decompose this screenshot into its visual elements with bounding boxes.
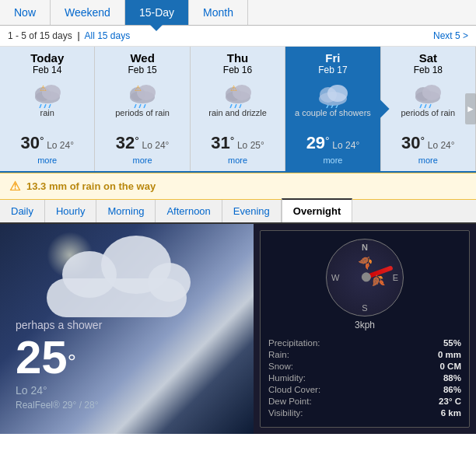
day-date-3: Feb 17 xyxy=(289,65,376,75)
temp-lo-0: Lo 24° xyxy=(47,140,74,151)
subtab-overnight[interactable]: Overnight xyxy=(282,198,352,222)
weather-desc-1: periods of rain xyxy=(98,108,186,130)
temp-big-value: 25 xyxy=(16,331,68,383)
stat-label-2: Snow: xyxy=(268,362,293,371)
condition-label: perhaps a shower xyxy=(16,319,238,331)
day-date-2: Feb 16 xyxy=(194,65,282,75)
stat-value-6: 6 km xyxy=(441,408,461,418)
compass-west: W xyxy=(331,273,339,282)
weather-desc-3: a couple of showers xyxy=(289,108,376,130)
pagination-bar: 1 - 5 of 15 days | All 15 days Next 5 > xyxy=(0,26,476,47)
stat-label-0: Precipitation: xyxy=(268,338,320,348)
next-page-link[interactable]: Next 5 > xyxy=(433,30,468,41)
tab-15day[interactable]: 15-Day xyxy=(125,0,189,25)
scroll-right-arrow[interactable]: ► xyxy=(465,93,476,124)
day-name-2: Thu xyxy=(194,51,282,65)
weather-desc-4: periods of rain xyxy=(384,108,472,130)
cloud-shape xyxy=(31,247,202,317)
temp-hi-1: 32 xyxy=(116,133,135,152)
stat-rain: Rain: 0 mm xyxy=(268,348,461,360)
leaf-decoration-2: 🍂 xyxy=(369,273,385,288)
all-days-link[interactable]: All 15 days xyxy=(85,30,131,41)
day-card-thu[interactable]: Thu Feb 16 ⚠ rain and drizzle 31° Lo 25°… xyxy=(191,47,285,171)
temp-hi-4: 30 xyxy=(401,133,420,152)
weather-desc-2: rain and drizzle xyxy=(194,108,282,130)
day-card-sat[interactable]: Sat Feb 18 periods of rain 30° Lo 24° mo… xyxy=(381,47,476,171)
temp-hi-3: 29 xyxy=(306,133,325,152)
rain-warning-bar: ⚠ 13.3 mm of rain on the way xyxy=(0,173,476,200)
stat-value-1: 0 mm xyxy=(438,350,461,359)
weather-icon-4 xyxy=(406,79,450,108)
weather-visual-panel: perhaps a shower 25° Lo 24° RealFeel® 29… xyxy=(0,224,254,434)
temp-lo-1: Lo 24° xyxy=(142,140,170,151)
day-date-0: Feb 14 xyxy=(3,65,91,75)
day-date-1: Feb 15 xyxy=(98,65,186,75)
more-link-2[interactable]: more xyxy=(194,156,282,165)
weather-icon-3 xyxy=(311,79,355,108)
stat-value-3: 88% xyxy=(443,373,461,383)
more-link-4[interactable]: more xyxy=(384,156,472,165)
svg-point-23 xyxy=(327,85,348,102)
stat-value-5: 23° C xyxy=(439,397,461,406)
stat-label-4: Cloud Cover: xyxy=(268,385,320,394)
sub-tabs: Daily Hourly Morning Afternoon Evening O… xyxy=(0,200,476,224)
compass-area: N S E W 🍂 🍂 3kph xyxy=(268,239,461,330)
day-card-fri[interactable]: Fri Feb 17 a couple of showers 29° Lo 24… xyxy=(285,47,380,171)
main-content: perhaps a shower 25° Lo 24° RealFeel® 29… xyxy=(0,224,476,434)
day-date-4: Feb 18 xyxy=(384,65,472,75)
nav-tabs: Now Weekend 15-Day Month xyxy=(0,0,476,26)
compass-north: N xyxy=(362,243,368,252)
temp-hi-0: 30 xyxy=(20,133,39,152)
more-link-1[interactable]: more xyxy=(98,156,186,165)
subtab-hourly[interactable]: Hourly xyxy=(45,200,97,222)
stat-value-4: 86% xyxy=(443,385,461,394)
day-cards: Today Feb 14 ⚠ rain 30° Lo 24° more Wed … xyxy=(0,47,476,173)
svg-point-29 xyxy=(422,85,441,100)
compass-south: S xyxy=(362,303,367,313)
temp-hi-2: 31 xyxy=(211,133,229,152)
tab-month[interactable]: Month xyxy=(189,0,248,25)
stat-label-5: Dew Point: xyxy=(268,397,312,406)
more-link-3[interactable]: more xyxy=(289,156,376,165)
stat-label-6: Visibility: xyxy=(268,408,303,418)
subtab-afternoon[interactable]: Afternoon xyxy=(156,200,222,222)
tab-now[interactable]: Now xyxy=(0,0,51,25)
lo-temp-label: Lo 24° xyxy=(16,384,238,397)
stat-precipitation: Precipitation: 55% xyxy=(268,337,461,348)
svg-text:⚠: ⚠ xyxy=(135,84,142,93)
tab-weekend[interactable]: Weekend xyxy=(51,0,125,25)
subtab-evening[interactable]: Evening xyxy=(222,200,282,222)
day-name-3: Fri xyxy=(289,51,376,65)
weather-icon-1: ⚠ xyxy=(121,79,164,108)
page-range: 1 - 5 of 15 days xyxy=(8,30,72,41)
day-name-1: Wed xyxy=(98,51,186,65)
day-name-4: Sat xyxy=(384,51,472,65)
realfeel-label: RealFeel® 29° / 28° xyxy=(16,400,238,411)
temp-lo-3: Lo 24° xyxy=(332,140,359,151)
wind-compass: N S E W 🍂 🍂 xyxy=(326,239,404,316)
stat-cloud-cover: Cloud Cover: 86% xyxy=(268,383,461,395)
weather-icon-0: ⚠ xyxy=(26,79,69,108)
temp-lo-4: Lo 24° xyxy=(428,140,455,151)
stat-label-1: Rain: xyxy=(268,350,289,359)
svg-text:⚠: ⚠ xyxy=(230,84,237,93)
day-card-wed[interactable]: Wed Feb 15 ⚠ periods of rain 32° Lo 24° … xyxy=(95,47,190,171)
overnight-temp: 25° xyxy=(16,334,76,381)
overnight-left-text: perhaps a shower 25° Lo 24° RealFeel® 29… xyxy=(16,319,238,411)
stat-value-0: 55% xyxy=(443,338,461,348)
stat-label-3: Humidity: xyxy=(268,373,306,383)
day-name-0: Today xyxy=(3,51,91,65)
weather-icon-2: ⚠ xyxy=(216,79,260,108)
stat-snow: Snow: 0 CM xyxy=(268,360,461,372)
weather-stats: Precipitation: 55% Rain: 0 mm Snow: 0 CM… xyxy=(268,337,461,419)
compass-east: E xyxy=(393,273,398,282)
wind-speed-label: 3kph xyxy=(355,320,375,330)
subtab-daily[interactable]: Daily xyxy=(0,200,45,222)
leaf-decoration-1: 🍂 xyxy=(356,253,374,270)
subtab-morning[interactable]: Morning xyxy=(96,200,156,222)
warning-icon: ⚠ xyxy=(9,179,20,194)
temp-lo-2: Lo 25° xyxy=(237,140,264,151)
day-card-today[interactable]: Today Feb 14 ⚠ rain 30° Lo 24° more xyxy=(0,47,95,171)
svg-text:⚠: ⚠ xyxy=(40,84,47,93)
more-link-0[interactable]: more xyxy=(3,156,91,165)
